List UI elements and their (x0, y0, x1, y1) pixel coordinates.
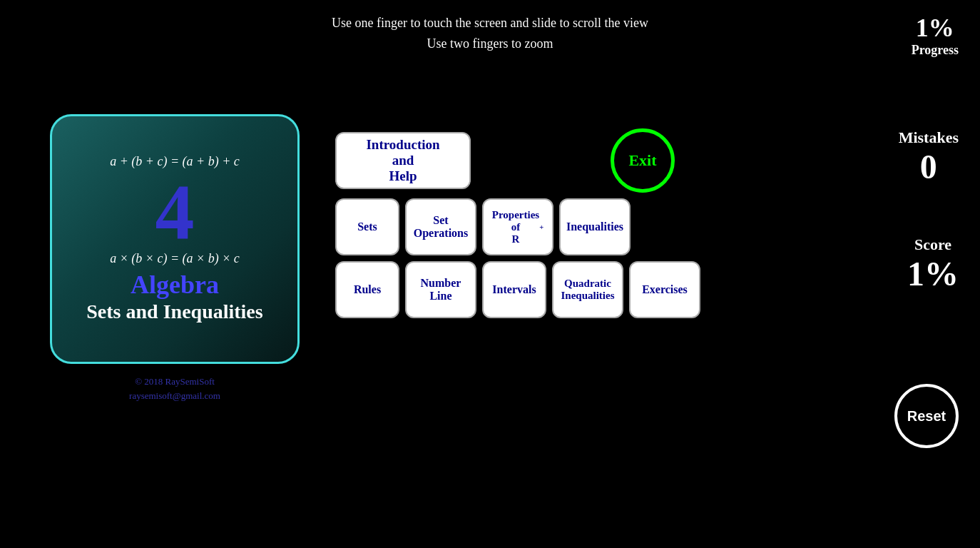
score-container: Score 1% (907, 235, 959, 293)
menu-row-0: IntroductionandHelp Exit (335, 128, 700, 193)
btn-intro-help[interactable]: IntroductionandHelp (335, 132, 471, 189)
copyright-line2: raysemisoft@gmail.com (50, 389, 300, 403)
reset-button[interactable]: Reset (894, 384, 959, 448)
cover-title-algebra: Algebra (131, 270, 219, 300)
btn-intervals[interactable]: Intervals (482, 261, 546, 318)
mistakes-label: Mistakes (899, 128, 959, 147)
btn-exercises[interactable]: Exercises (629, 261, 700, 318)
copyright-line1: © 2018 RaySemiSoft (50, 375, 300, 389)
cover-panel: a + (b + c) = (a + b) + c 4 a × (b × c) … (50, 114, 300, 364)
mistakes-value: 0 (899, 147, 959, 186)
btn-quadratic-inequalities[interactable]: QuadraticInequalities (552, 261, 623, 318)
mistakes-container: Mistakes 0 (899, 128, 959, 186)
score-value: 1% (907, 254, 959, 293)
instructions: Use one finger to touch the screen and s… (332, 13, 648, 54)
exit-button[interactable]: Exit (611, 128, 675, 193)
cover-math-top: a + (b + c) = (a + b) + c (110, 154, 240, 169)
cover-math-bottom: a × (b × c) = (a × b) × c (110, 251, 240, 266)
menu-row-1: Sets SetOperations PropertiesofR+ Inequa… (335, 198, 700, 255)
score-label: Score (907, 235, 959, 254)
progress-percent: 1% (912, 13, 959, 43)
btn-inequalities[interactable]: Inequalities (559, 198, 631, 255)
btn-set-operations[interactable]: SetOperations (405, 198, 476, 255)
instruction-line2: Use two fingers to zoom (332, 34, 648, 54)
progress-label: Progress (912, 43, 959, 58)
menu-area: IntroductionandHelp Exit Sets SetOperati… (335, 128, 700, 318)
menu-row-2: Rules NumberLine Intervals QuadraticIneq… (335, 261, 700, 318)
btn-rules[interactable]: Rules (335, 261, 399, 318)
cover-big-number: 4 (155, 173, 195, 251)
btn-sets[interactable]: Sets (335, 198, 399, 255)
cover-subtitle: Sets and Inequalities (86, 300, 262, 324)
btn-properties-of-rplus[interactable]: PropertiesofR+ (482, 198, 553, 255)
copyright: © 2018 RaySemiSoft raysemisoft@gmail.com (50, 375, 300, 402)
btn-number-line[interactable]: NumberLine (405, 261, 476, 318)
progress-container: 1% Progress (912, 13, 959, 58)
instruction-line1: Use one finger to touch the screen and s… (332, 13, 648, 34)
